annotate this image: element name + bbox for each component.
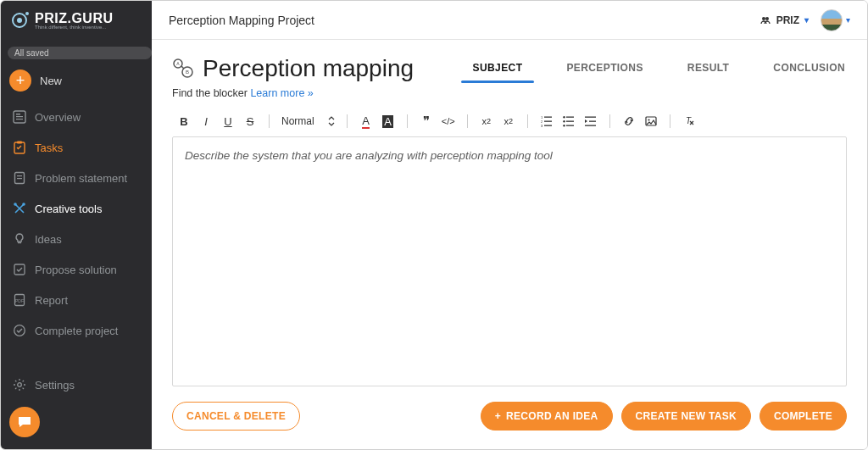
svg-point-36: [563, 125, 565, 126]
rich-text-editor: B I U S Normal A A: [172, 111, 847, 386]
brand-suffix: .GURU: [67, 11, 113, 25]
svg-rect-39: [589, 121, 596, 122]
subhead-text: Find the blocker: [172, 87, 248, 99]
clear-formatting-button[interactable]: T: [682, 114, 696, 128]
page-subhead: Find the blocker Learn more »: [172, 87, 847, 99]
plus-icon[interactable]: +: [9, 69, 31, 92]
indent-button[interactable]: [584, 114, 598, 128]
gear-icon: [13, 378, 26, 392]
tools-icon: [13, 202, 26, 215]
svg-rect-40: [585, 125, 596, 126]
image-button[interactable]: [644, 114, 658, 128]
bold-button[interactable]: B: [177, 114, 191, 128]
select-caret-icon: [328, 116, 335, 126]
editor-toolbar: B I U S Normal A A: [172, 111, 847, 136]
editor-textarea[interactable]: Describe the system that you are analyzi…: [172, 136, 847, 386]
tab-perceptions[interactable]: PERCEPTIONS: [565, 57, 644, 82]
svg-rect-27: [544, 117, 552, 118]
code-block-button[interactable]: </>: [442, 114, 455, 128]
new-label: New: [40, 75, 62, 87]
svg-point-42: [648, 119, 649, 120]
workspace-label: PRIZ: [776, 14, 799, 26]
unordered-list-button[interactable]: [562, 114, 576, 128]
blockquote-button[interactable]: ❞: [420, 114, 433, 128]
lightbulb-icon: [13, 232, 26, 246]
tabs: SUBJECT PERCEPTIONS RESULT CONCLUSION: [471, 57, 847, 82]
strikethrough-button[interactable]: S: [243, 114, 257, 128]
text-color-button[interactable]: A: [359, 114, 373, 128]
sidebar-item-settings[interactable]: Settings: [1, 369, 152, 400]
svg-rect-5: [16, 116, 23, 117]
svg-point-34: [563, 120, 565, 122]
create-new-task-button[interactable]: CREATE NEW TASK: [621, 402, 751, 431]
sidebar-item-complete-project[interactable]: Complete project: [1, 315, 152, 346]
sidebar-item-label: Complete project: [35, 325, 118, 337]
sidebar-item-label: Propose solution: [35, 264, 117, 276]
subscript-button[interactable]: x2: [480, 114, 493, 128]
sidebar-item-problem-statement[interactable]: Problem statement: [1, 163, 152, 193]
sidebar-item-ideas[interactable]: Ideas: [1, 224, 152, 254]
cancel-delete-button[interactable]: CANCEL & DELETE: [172, 402, 300, 431]
svg-point-32: [563, 116, 565, 118]
topbar: Perception Mapping Project PRIZ ▾ ▾: [152, 1, 867, 40]
svg-point-2: [25, 12, 29, 15]
svg-rect-37: [566, 125, 574, 126]
sidebar-item-tasks[interactable]: Tasks: [1, 132, 152, 163]
svg-rect-11: [17, 178, 22, 179]
chat-button[interactable]: [9, 407, 40, 437]
sidebar-item-label: Settings: [35, 379, 75, 392]
learn-more-link[interactable]: Learn more »: [250, 87, 313, 99]
sidebar-item-label: Tasks: [35, 142, 63, 154]
overview-icon: [13, 110, 26, 124]
chevron-down-icon: ▾: [846, 15, 850, 25]
ordered-list-button[interactable]: 123: [540, 114, 554, 128]
svg-rect-8: [17, 142, 22, 144]
brand-tagline: Think different, think inventive...: [35, 25, 114, 30]
new-row[interactable]: + New: [1, 66, 152, 102]
document-icon: [13, 171, 26, 185]
sidebar-nav: Overview Tasks Problem statement Creativ…: [1, 102, 152, 400]
sidebar-item-label: Creative tools: [35, 203, 102, 215]
footer-actions: CANCEL & DELETE + RECORD AN IDEA CREATE …: [152, 386, 867, 449]
sidebar-item-label: Overview: [35, 111, 81, 124]
sidebar-item-report[interactable]: PDF Report: [1, 285, 152, 315]
user-menu[interactable]: ▾: [821, 9, 850, 31]
perception-mapping-icon: AB: [172, 58, 194, 80]
workspace-picker[interactable]: PRIZ ▾: [760, 14, 809, 26]
italic-button[interactable]: I: [199, 114, 213, 128]
svg-rect-33: [566, 117, 574, 118]
svg-point-19: [18, 383, 22, 387]
svg-text:B: B: [186, 69, 189, 75]
sidebar-item-label: Problem statement: [35, 172, 127, 185]
chevron-down-icon: ▾: [804, 15, 809, 25]
highlight-button[interactable]: A: [381, 114, 395, 128]
svg-point-1: [17, 18, 22, 23]
complete-button[interactable]: COMPLETE: [760, 402, 847, 431]
tab-result[interactable]: RESULT: [686, 57, 732, 82]
sidebar-item-label: Report: [35, 294, 68, 307]
sidebar-item-label: Ideas: [35, 233, 62, 246]
chat-icon: [17, 414, 32, 430]
record-idea-button[interactable]: + RECORD AN IDEA: [481, 402, 613, 431]
svg-rect-31: [544, 125, 552, 126]
main-column: Perception Mapping Project PRIZ ▾ ▾ AB: [152, 1, 867, 449]
svg-rect-29: [544, 121, 552, 122]
link-button[interactable]: [622, 114, 636, 128]
sidebar-item-propose-solution[interactable]: Propose solution: [1, 254, 152, 285]
svg-point-13: [22, 203, 25, 206]
svg-rect-35: [566, 121, 574, 122]
underline-button[interactable]: U: [221, 114, 235, 128]
team-icon: [760, 14, 771, 26]
tab-conclusion[interactable]: CONCLUSION: [771, 57, 847, 82]
sidebar-item-creative-tools[interactable]: Creative tools: [1, 193, 152, 224]
svg-point-12: [14, 203, 17, 206]
svg-rect-4: [16, 114, 20, 115]
sidebar-item-overview[interactable]: Overview: [1, 102, 152, 132]
brand-logo[interactable]: PRIZ.GURU Think different, think inventi…: [1, 1, 152, 40]
svg-rect-6: [16, 119, 23, 119]
tab-subject[interactable]: SUBJECT: [471, 57, 525, 82]
svg-rect-15: [14, 264, 25, 275]
page-title: Perception mapping: [203, 55, 414, 82]
paragraph-style-select[interactable]: Normal: [281, 115, 335, 127]
superscript-button[interactable]: x2: [502, 114, 515, 128]
